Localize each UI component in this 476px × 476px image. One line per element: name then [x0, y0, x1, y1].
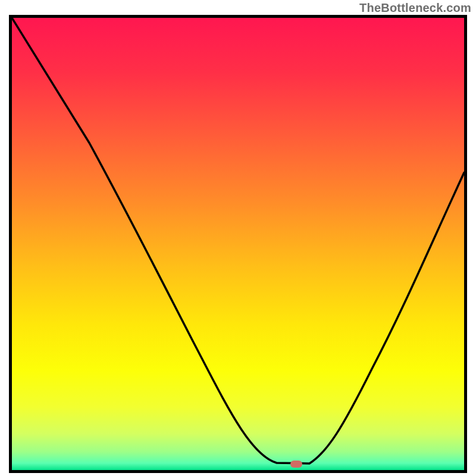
background-gradient: [12, 18, 464, 470]
chart-root: TheBottleneck.com: [0, 0, 476, 476]
watermark-text: TheBottleneck.com: [359, 1, 471, 15]
plot-frame: [9, 15, 467, 473]
min-marker: [290, 461, 302, 468]
svg-rect-0: [12, 18, 464, 470]
